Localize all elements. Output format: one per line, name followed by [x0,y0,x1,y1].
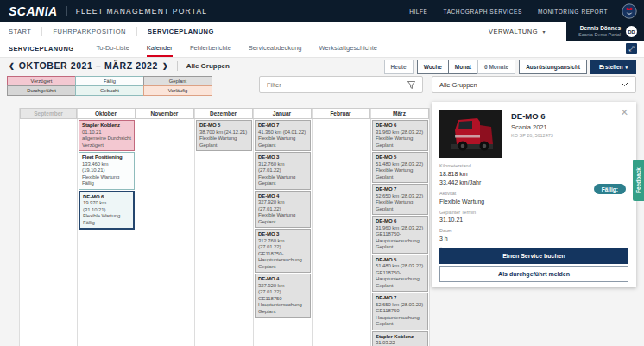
event-card-de-mo-3[interactable]: DE-MO 3312.760 km (27.01.22)Flexible War… [255,152,311,190]
calendar-column-februar: Februar [313,108,371,346]
detail-label-kilometerstand: Kilometerstand [439,163,569,168]
verwaltung-menu[interactable]: VERWALTUNG ▾ [489,28,546,35]
month-header-februar: Februar [312,108,370,119]
scania-wordmark-logo[interactable]: SCANIA [9,4,58,18]
view-button-woche[interactable]: Woche [417,60,449,74]
view-button-6-monate[interactable]: 6 Monate [477,60,515,74]
detail-value-geplanter-termin: 31.10.21 [439,216,569,223]
nav-item-start[interactable]: START [9,27,42,36]
serviceplanung-subnav: SERVICEPLANUNG To-Do-ListeKalenderFehler… [0,41,644,58]
legend-chip-durchgeführt: Durchgeführt [7,85,76,96]
event-card-de-mo-5[interactable]: DE-MO 538.700 km (24.12.21)Flexible Wart… [196,120,252,151]
view-button-heute[interactable]: Heute [384,60,414,74]
fleet-management-portal: SCANIA FLEET MANAGEMENT PORTAL HILFETACH… [0,0,644,346]
status-legend: VerzögertFälligGeplantDurchgeführtGebuch… [8,76,212,95]
event-card-stapler-koblenz[interactable]: Stapler Koblenz01.10.21allgemeine Durchs… [79,120,135,151]
detail-value-kilometerstand: 18.818 km [439,170,569,178]
tab-kalender[interactable]: Kalender [147,41,173,57]
event-card-de-mo-7[interactable]: DE-MO 752.650 km (28.03.22)GE118750-Haup… [372,293,428,330]
title-divider [177,61,178,71]
event-card-de-mo-4[interactable]: DE-MO 4327.920 km (27.01.22)Flexible War… [255,191,311,229]
nav-item-fuhrparkposition[interactable]: FUHRPARKPOSITION [42,27,137,36]
filter-input[interactable] [260,81,407,89]
month-header-märz: März [370,108,429,119]
scania-griffin-logo [622,3,637,19]
event-card-de-mo-6[interactable]: DE-MO 631.960 km (28.03.22)Flexible Wart… [372,120,428,151]
next-period-button[interactable]: ❯ [162,62,168,70]
book-service-button[interactable]: Einen Service buchen [439,248,628,264]
detail-value-kilometerstand: 33.442 km/Jahr [439,179,569,186]
calendar-column-dezember: DezemberDE-MO 538.700 km (24.12.21)Flexi… [195,108,254,346]
calendar-column-oktober: OktoberStapler Koblenz01.10.21allgemeine… [78,108,136,346]
event-card-de-mo-7[interactable]: DE-MO 752.650 km (28.03.22)Flexible Wart… [372,184,428,215]
topbar-divider [66,6,67,16]
topbar-link-tachograph-services[interactable]: TACHOGRAPH SERVICES [444,9,522,15]
event-card-de-mo-5[interactable]: DE-MO 551.480 km (28.03.22)Flexible Wart… [372,152,428,183]
tab-fehlerberichte[interactable]: Fehlerberichte [190,41,231,57]
subnav-section-title: SERVICEPLANUNG [9,45,73,53]
detail-label-aktivität: Aktivität [439,191,569,196]
legend-chip-vorläufig: Vorläufig [143,85,212,96]
event-card-de-mo-7[interactable]: DE-MO 741.360 km (04.01.22)Flexible Wart… [255,120,311,151]
topbar: SCANIA FLEET MANAGEMENT PORTAL HILFETACH… [0,0,644,22]
detail-value-dauer: 3 h [439,235,569,242]
chevron-down-icon: ▾ [543,29,546,35]
detail-value-aktivität: Flexible Wartung [439,198,569,205]
month-header-januar: Januar [253,108,312,119]
group-select-dropdown[interactable]: Alle Gruppen [432,76,636,93]
close-icon[interactable]: ✕ [621,108,628,117]
vehicle-photo [439,110,502,158]
month-header-november: November [136,108,194,119]
vehicle-registration: KO SP 26, 5612473 [511,133,553,138]
nav-item-serviceplanung[interactable]: SERVICEPLANUNG [137,27,224,36]
vehicle-name: DE-MO 6 [511,111,546,121]
event-card-stapler-koblenz[interactable]: Stapler Koblenz31.03.22allgemeine Durchs… [372,331,428,346]
filter-funnel-icon[interactable] [407,77,415,92]
calendar-column-märz: MärzDE-MO 631.960 km (28.03.22)Flexible … [371,108,430,346]
period-title: OKTOBER 2021 – MÄRZ 2022 [19,60,158,71]
previous-period-button[interactable]: ❮ [9,62,15,70]
event-card-de-mo-4[interactable]: DE-MO 4327.920 km (27.01.22)GE118750-Hau… [255,274,311,318]
create-button[interactable]: Erstellen▾ [590,60,636,74]
month-header-oktober: Oktober [77,108,136,119]
avatar: DD [626,26,637,37]
event-card-de-mo-6[interactable]: DE-MO 619.970 km (31.10.21)Flexible Wart… [79,191,135,230]
legend-chip-gebucht: Gebucht [75,85,144,96]
group-label: Alle Gruppen [186,62,230,70]
filter-field [259,76,423,93]
month-header-dezember: Dezember [194,108,253,119]
event-card-de-mo-6[interactable]: DE-MO 631.960 km (28.03.22)GE118750-Haup… [372,216,428,254]
user-name: Dennis Dönnes [578,25,621,32]
topbar-link-hilfe[interactable]: HILFE [409,9,427,15]
event-card-de-mo-5[interactable]: DE-MO 551.480 km (28.03.22)GE118750-Haup… [372,255,428,293]
group-select-value: Alle Gruppen [439,81,477,89]
calendar-column-januar: JanuarDE-MO 741.360 km (04.01.22)Flexibl… [254,108,313,346]
user-organisation: Scania Demo Portal [578,32,621,38]
view-buttons: HeuteWocheMonat6 MonateAusrüstungsansich… [384,60,636,74]
main-navigation: STARTFUHRPARKPOSITIONSERVICEPLANUNG VERW… [0,22,644,41]
tab-to-do-liste[interactable]: To-Do-Liste [96,41,129,57]
service-calendar: SeptemberOktoberStapler Koblenz01.10.21a… [19,108,430,346]
verwaltung-label: VERWALTUNG [489,28,538,35]
tab-werkstattgeschichte[interactable]: Werkstattgeschichte [319,41,377,57]
topbar-links: HILFETACHOGRAPH SERVICESMONITORING REPOR… [409,9,608,15]
chevron-down-icon [621,82,628,87]
calendar-column-november: November [136,108,195,346]
event-card-de-mo-3[interactable]: DE-MO 3312.760 km (27.01.22)GE118750-Hau… [255,229,311,273]
mark-done-button[interactable]: Als durchgeführt melden [439,266,628,282]
app-title: FLEET MANAGEMENT PORTAL [76,7,208,16]
view-button-ausrüstungsansicht[interactable]: Ausrüstungsansicht [519,60,587,74]
topbar-link-monitoring-report[interactable]: MONITORING REPORT [538,9,608,15]
tab-serviceabdeckung[interactable]: Serviceabdeckung [249,41,302,57]
status-badge: Fällig: [594,184,626,194]
detail-label-geplanter-termin: Geplanter Termin [439,210,569,215]
expand-icon[interactable]: ⤢ [626,43,637,54]
vehicle-model: Scania 2021 [511,123,547,131]
user-menu[interactable]: Dennis Dönnes Scania Demo Portal DD [566,22,644,41]
period-toolbar: ❮ OKTOBER 2021 – MÄRZ 2022 ❯ Alle Gruppe… [9,60,230,71]
month-header-september: September [20,108,77,119]
view-button-monat[interactable]: Monat [448,60,478,74]
calendar-column-september: September [19,108,78,346]
event-card-fleet-positioning[interactable]: Fleet Positioning133.460 km (19.10.21)Fl… [79,152,135,190]
feedback-tab[interactable]: Feedback [633,160,644,201]
